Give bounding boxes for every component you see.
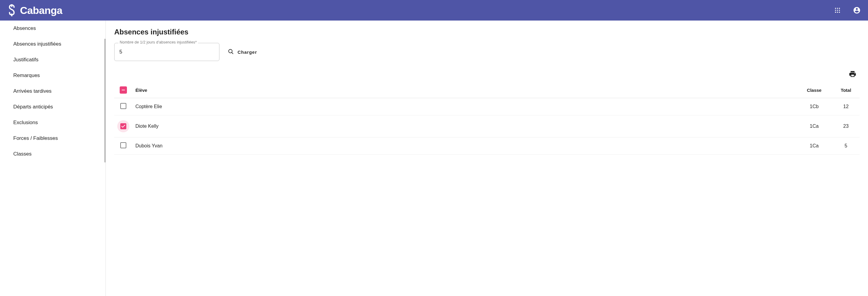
svg-point-6 — [837, 10, 838, 11]
header-actions — [834, 6, 861, 14]
svg-point-2 — [835, 8, 836, 9]
page-title: Absences injustifiées — [114, 28, 860, 36]
sidebar-item-departs-anticipes[interactable]: Départs anticipés — [0, 99, 105, 115]
layout: Absences Absences injustifiées Justifica… — [0, 21, 868, 296]
row-checkbox-cell — [114, 137, 132, 155]
sidebar-item-justificatifs[interactable]: Justificatifs — [0, 52, 105, 68]
checkbox-checked-icon — [120, 123, 126, 129]
header-total[interactable]: Total — [832, 82, 860, 98]
sidebar-item-absences-injustifiees[interactable]: Absences injustifiées — [0, 36, 105, 52]
row-classe: 1Ca — [796, 137, 832, 155]
row-total: 5 — [832, 137, 860, 155]
row-name: Dubois Yvan — [132, 137, 796, 155]
sidebar-item-arrivees-tardives[interactable]: Arrivées tardives — [0, 84, 105, 99]
svg-point-4 — [839, 8, 840, 9]
row-checkbox-cell — [114, 116, 132, 137]
header-eleve[interactable]: Élève — [132, 82, 796, 98]
filter-row: Nombre de 1/2 jours d'absences injustifi… — [114, 43, 860, 61]
svg-point-8 — [835, 12, 836, 13]
sidebar-item-forces-faiblesses[interactable]: Forces / Faiblesses — [0, 130, 105, 146]
svg-line-12 — [232, 52, 233, 54]
svg-point-11 — [229, 49, 232, 53]
account-icon[interactable] — [853, 6, 861, 14]
half-days-input[interactable] — [114, 43, 219, 61]
logo-icon — [7, 4, 16, 16]
row-checkbox[interactable] — [120, 103, 126, 109]
apps-icon[interactable] — [834, 7, 841, 13]
header-checkbox-cell — [114, 82, 132, 98]
logo[interactable]: Cabanga — [7, 4, 62, 16]
table-toolbar — [114, 70, 860, 78]
svg-point-5 — [835, 10, 836, 11]
table-row[interactable]: Dubois Yvan 1Ca 5 — [114, 137, 860, 155]
svg-point-7 — [839, 10, 840, 11]
students-table: Élève Classe Total Coptère Elie 1Cb 12 — [114, 82, 860, 155]
svg-point-10 — [839, 12, 840, 13]
svg-point-3 — [837, 8, 838, 9]
row-total: 23 — [832, 116, 860, 137]
sidebar-item-remarques[interactable]: Remarques — [0, 68, 105, 84]
table-row[interactable]: Diote Kelly 1Ca 23 — [114, 116, 860, 137]
select-all-checkbox[interactable] — [120, 87, 127, 94]
row-total: 12 — [832, 98, 860, 116]
table-header-row: Élève Classe Total — [114, 82, 860, 98]
check-icon — [121, 124, 126, 129]
row-checkbox[interactable] — [120, 142, 126, 148]
load-button-label: Charger — [238, 50, 257, 55]
row-name: Coptère Elie — [132, 98, 796, 116]
logo-text: Cabanga — [20, 4, 62, 16]
sidebar: Absences Absences injustifiées Justifica… — [0, 21, 106, 296]
sidebar-item-exclusions[interactable]: Exclusions — [0, 115, 105, 130]
svg-point-9 — [837, 12, 838, 13]
load-button[interactable]: Charger — [225, 46, 260, 58]
row-name: Diote Kelly — [132, 116, 796, 137]
app-header: Cabanga — [0, 0, 868, 21]
search-icon — [228, 48, 234, 56]
print-icon — [849, 70, 857, 78]
indeterminate-icon — [121, 88, 126, 92]
row-classe: 1Ca — [796, 116, 832, 137]
half-days-input-group: Nombre de 1/2 jours d'absences injustifi… — [114, 43, 219, 61]
half-days-input-label: Nombre de 1/2 jours d'absences injustifi… — [119, 40, 198, 44]
print-button[interactable] — [849, 70, 857, 78]
row-checkbox[interactable] — [117, 120, 129, 132]
main-content: Absences injustifiées Nombre de 1/2 jour… — [106, 21, 868, 296]
svg-rect-13 — [122, 90, 125, 90]
table-row[interactable]: Coptère Elie 1Cb 12 — [114, 98, 860, 116]
row-checkbox-cell — [114, 98, 132, 116]
row-classe: 1Cb — [796, 98, 832, 116]
header-classe[interactable]: Classe — [796, 82, 832, 98]
sidebar-item-classes[interactable]: Classes — [0, 146, 105, 162]
sidebar-item-absences[interactable]: Absences — [0, 21, 105, 36]
